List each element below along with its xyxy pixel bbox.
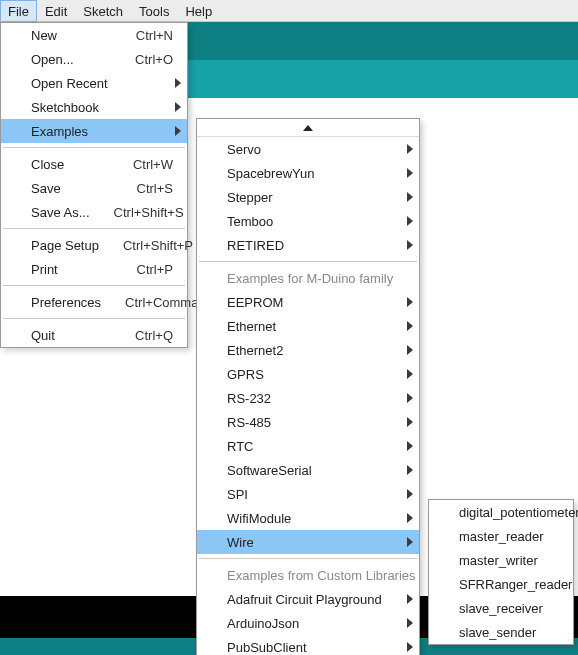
menu-item-label: Save As... (31, 205, 90, 220)
menu-item-slave-receiver[interactable]: slave_receiver (429, 596, 573, 620)
menu-item-shortcut: Ctrl+S (137, 181, 173, 196)
menubar-item-sketch[interactable]: Sketch (75, 0, 131, 22)
menu-separator (199, 558, 417, 559)
submenu-arrow-icon (175, 78, 181, 88)
menubar-item-help[interactable]: Help (177, 0, 220, 22)
menu-item-label: SFRRanger_reader (459, 577, 572, 592)
menu-item-shortcut: Ctrl+Shift+S (114, 205, 184, 220)
menu-item-rtc[interactable]: RTC (197, 434, 419, 458)
menu-item-label: Close (31, 157, 109, 172)
menubar-item-tools[interactable]: Tools (131, 0, 177, 22)
menu-item-rs-485[interactable]: RS-485 (197, 410, 419, 434)
menu-item-new[interactable]: NewCtrl+N (1, 23, 187, 47)
menu-item-shortcut: Ctrl+O (135, 52, 173, 67)
menu-item-wire[interactable]: Wire (197, 530, 419, 554)
menu-item-label: EEPROM (227, 295, 405, 310)
submenu-arrow-icon (407, 465, 413, 475)
menu-item-label: Open... (31, 52, 111, 67)
menu-item-master-reader[interactable]: master_reader (429, 524, 573, 548)
menu-item-ethernet[interactable]: Ethernet (197, 314, 419, 338)
submenu-arrow-icon (175, 126, 181, 136)
submenu-arrow-icon (407, 537, 413, 547)
scroll-up-arrow[interactable] (197, 119, 419, 137)
menu-item-label: Stepper (227, 190, 405, 205)
menu-item-label: Wire (227, 535, 405, 550)
menu-item-shortcut: Ctrl+Comma (125, 295, 198, 310)
menu-item-shortcut: Ctrl+Shift+P (123, 238, 193, 253)
menu-item-softwareserial[interactable]: SoftwareSerial (197, 458, 419, 482)
submenu-arrow-icon (407, 441, 413, 451)
menu-item-eeprom[interactable]: EEPROM (197, 290, 419, 314)
menu-item-open-recent[interactable]: Open Recent (1, 71, 187, 95)
menu-item-spi[interactable]: SPI (197, 482, 419, 506)
menu-item-label: Save (31, 181, 113, 196)
menubar-item-label: File (8, 4, 29, 19)
menu-item-label: WifiModule (227, 511, 405, 526)
file-menu: NewCtrl+NOpen...Ctrl+OOpen RecentSketchb… (0, 22, 188, 348)
submenu-arrow-icon (407, 321, 413, 331)
menu-item-shortcut: Ctrl+P (137, 262, 173, 277)
menu-item-temboo[interactable]: Temboo (197, 209, 419, 233)
menu-item-ethernet2[interactable]: Ethernet2 (197, 338, 419, 362)
menu-item-label: Page Setup (31, 238, 99, 253)
menu-item-wifimodule[interactable]: WifiModule (197, 506, 419, 530)
menu-item-print[interactable]: PrintCtrl+P (1, 257, 187, 281)
menu-item-sfrranger-reader[interactable]: SFRRanger_reader (429, 572, 573, 596)
menu-item-sketchbook[interactable]: Sketchbook (1, 95, 187, 119)
menu-item-label: Ethernet (227, 319, 405, 334)
submenu-arrow-icon (407, 594, 413, 604)
menu-section-header-examples-for-m-duino-family: Examples for M-Duino family (197, 266, 419, 290)
menubar-item-file[interactable]: File (0, 0, 37, 22)
menu-item-label: GPRS (227, 367, 405, 382)
menu-item-label: Examples (31, 124, 173, 139)
submenu-arrow-icon (407, 345, 413, 355)
menu-item-close[interactable]: CloseCtrl+W (1, 152, 187, 176)
menubar-item-edit[interactable]: Edit (37, 0, 75, 22)
menu-item-stepper[interactable]: Stepper (197, 185, 419, 209)
menu-separator (3, 318, 185, 319)
menu-item-slave-sender[interactable]: slave_sender (429, 620, 573, 644)
menu-item-digital-potentiometer[interactable]: digital_potentiometer (429, 500, 573, 524)
menu-item-save[interactable]: SaveCtrl+S (1, 176, 187, 200)
examples-submenu: ServoSpacebrewYunStepperTembooRETIREDExa… (196, 118, 420, 655)
menu-item-open-[interactable]: Open...Ctrl+O (1, 47, 187, 71)
menu-item-master-writer[interactable]: master_writer (429, 548, 573, 572)
menu-item-adafruit-circuit-playground[interactable]: Adafruit Circuit Playground (197, 587, 419, 611)
wire-submenu: digital_potentiometermaster_readermaster… (428, 499, 574, 645)
menu-item-rs-232[interactable]: RS-232 (197, 386, 419, 410)
menu-item-retired[interactable]: RETIRED (197, 233, 419, 257)
menu-item-label: Servo (227, 142, 405, 157)
menu-item-label: RTC (227, 439, 405, 454)
menu-item-spacebrewyun[interactable]: SpacebrewYun (197, 161, 419, 185)
menu-item-page-setup[interactable]: Page SetupCtrl+Shift+P (1, 233, 187, 257)
menu-item-gprs[interactable]: GPRS (197, 362, 419, 386)
menu-item-label: master_reader (459, 529, 559, 544)
menu-item-servo[interactable]: Servo (197, 137, 419, 161)
menu-item-shortcut: Ctrl+W (133, 157, 173, 172)
menu-item-examples[interactable]: Examples (1, 119, 187, 143)
menu-item-label: New (31, 28, 112, 43)
menubar-item-label: Help (185, 4, 212, 19)
menu-item-label: RS-232 (227, 391, 405, 406)
menu-item-preferences[interactable]: PreferencesCtrl+Comma (1, 290, 187, 314)
menu-item-pubsubclient[interactable]: PubSubClient (197, 635, 419, 655)
menu-item-arduinojson[interactable]: ArduinoJson (197, 611, 419, 635)
menu-item-label: PubSubClient (227, 640, 405, 655)
menu-item-label: Sketchbook (31, 100, 173, 115)
menubar-item-label: Edit (45, 4, 67, 19)
submenu-arrow-icon (407, 393, 413, 403)
menu-item-label: ArduinoJson (227, 616, 405, 631)
menu-section-header-examples-from-custom-libraries: Examples from Custom Libraries (197, 563, 419, 587)
submenu-arrow-icon (407, 369, 413, 379)
menu-item-label: SpacebrewYun (227, 166, 405, 181)
menu-item-label: Print (31, 262, 113, 277)
menu-item-quit[interactable]: QuitCtrl+Q (1, 323, 187, 347)
submenu-arrow-icon (407, 216, 413, 226)
menu-item-save-as-[interactable]: Save As...Ctrl+Shift+S (1, 200, 187, 224)
menubar-item-label: Sketch (83, 4, 123, 19)
submenu-arrow-icon (407, 513, 413, 523)
menu-item-label: slave_sender (459, 625, 559, 640)
menu-item-label: Examples for M-Duino family (227, 271, 405, 286)
menu-item-label: Open Recent (31, 76, 173, 91)
menubar: FileEditSketchToolsHelp (0, 0, 578, 22)
